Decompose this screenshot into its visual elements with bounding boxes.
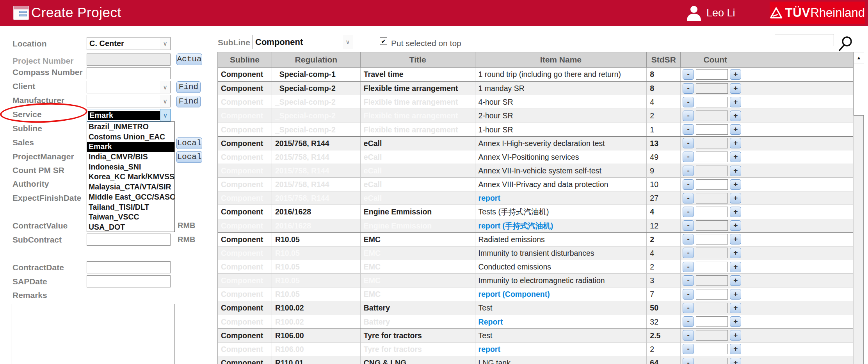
- count-increment-button[interactable]: +: [730, 344, 741, 354]
- client-select[interactable]: ∨: [87, 81, 171, 93]
- item-report-link[interactable]: report (手持式汽油机): [475, 219, 647, 232]
- search-icon[interactable]: [838, 35, 853, 52]
- count-input[interactable]: [696, 303, 728, 313]
- item-report-link[interactable]: report (Component): [475, 287, 647, 301]
- location-select[interactable]: C. Center ∨: [87, 37, 171, 50]
- count-increment-button[interactable]: +: [730, 207, 741, 217]
- count-input[interactable]: [696, 344, 728, 354]
- user-menu[interactable]: Leo Li: [685, 4, 735, 22]
- service-option[interactable]: Tailand_TISI/DLT: [87, 202, 174, 212]
- local-button-2[interactable]: Local: [176, 151, 202, 163]
- service-option[interactable]: Malaysia_CTA/VTA/SIR: [87, 182, 174, 192]
- service-option[interactable]: Emark: [87, 142, 174, 152]
- service-option[interactable]: Indonesia_SNI: [87, 162, 174, 172]
- local-button-1[interactable]: Local: [176, 137, 202, 149]
- search-input[interactable]: [775, 34, 834, 46]
- service-option[interactable]: Taiwan_VSCC: [87, 212, 174, 222]
- count-decrement-button[interactable]: -: [683, 97, 694, 107]
- count-decrement-button[interactable]: -: [683, 358, 694, 364]
- count-input[interactable]: [696, 69, 728, 80]
- count-input[interactable]: [696, 97, 728, 107]
- manufacturer-find-button[interactable]: Find: [176, 96, 201, 107]
- count-input[interactable]: [696, 138, 728, 148]
- subcontract-field[interactable]: [87, 234, 171, 246]
- count-increment-button[interactable]: +: [730, 166, 741, 176]
- scroll-up-arrow-icon[interactable]: ▲: [854, 52, 864, 64]
- count-increment-button[interactable]: +: [730, 138, 741, 148]
- item-report-link[interactable]: report: [475, 343, 647, 356]
- count-input[interactable]: [696, 234, 728, 244]
- count-input[interactable]: [696, 193, 728, 203]
- count-input[interactable]: [696, 111, 728, 121]
- put-selected-checkbox[interactable]: ✔: [380, 37, 387, 45]
- count-input[interactable]: [696, 124, 728, 135]
- count-decrement-button[interactable]: -: [683, 111, 694, 121]
- count-input[interactable]: [696, 275, 728, 286]
- count-increment-button[interactable]: +: [730, 248, 741, 258]
- count-decrement-button[interactable]: -: [683, 330, 694, 341]
- count-decrement-button[interactable]: -: [683, 275, 694, 286]
- count-decrement-button[interactable]: -: [683, 193, 694, 203]
- count-input[interactable]: [696, 330, 728, 341]
- count-increment-button[interactable]: +: [730, 124, 741, 135]
- count-increment-button[interactable]: +: [730, 262, 741, 272]
- service-option[interactable]: USA_DOT: [87, 222, 174, 232]
- count-increment-button[interactable]: +: [730, 179, 741, 190]
- count-decrement-button[interactable]: -: [683, 179, 694, 190]
- count-increment-button[interactable]: +: [730, 111, 741, 121]
- count-input[interactable]: [696, 83, 728, 94]
- count-decrement-button[interactable]: -: [683, 262, 694, 272]
- service-option[interactable]: India_CMVR/BIS: [87, 152, 174, 162]
- count-increment-button[interactable]: +: [730, 330, 741, 341]
- count-decrement-button[interactable]: -: [683, 124, 694, 135]
- service-select[interactable]: Emark ∨: [87, 109, 171, 121]
- count-decrement-button[interactable]: -: [683, 316, 694, 327]
- count-increment-button[interactable]: +: [730, 316, 741, 327]
- service-option[interactable]: Costoms Union_EAC: [87, 132, 174, 142]
- actua-button[interactable]: Actua: [176, 54, 202, 65]
- service-dropdown-list[interactable]: Brazil_INMETROCostoms Union_EACEmarkIndi…: [87, 121, 175, 232]
- count-decrement-button[interactable]: -: [683, 303, 694, 313]
- count-increment-button[interactable]: +: [730, 193, 741, 203]
- count-input[interactable]: [696, 179, 728, 190]
- count-input[interactable]: [696, 358, 728, 364]
- count-increment-button[interactable]: +: [730, 83, 741, 94]
- compass-number-field[interactable]: [87, 67, 171, 79]
- scrollbar-thumb[interactable]: [854, 64, 864, 116]
- count-decrement-button[interactable]: -: [683, 207, 694, 217]
- count-increment-button[interactable]: +: [730, 220, 741, 231]
- sapdate-field[interactable]: [87, 275, 171, 287]
- count-decrement-button[interactable]: -: [683, 152, 694, 162]
- count-decrement-button[interactable]: -: [683, 344, 694, 354]
- count-decrement-button[interactable]: -: [683, 220, 694, 231]
- contractdate-field[interactable]: [87, 261, 171, 273]
- count-decrement-button[interactable]: -: [683, 248, 694, 258]
- count-increment-button[interactable]: +: [730, 69, 741, 80]
- client-find-button[interactable]: Find: [176, 81, 201, 93]
- service-option[interactable]: Middle East_GCC/SASO: [87, 192, 174, 202]
- count-decrement-button[interactable]: -: [683, 69, 694, 80]
- count-decrement-button[interactable]: -: [683, 83, 694, 94]
- manufacturer-select[interactable]: ∨: [87, 95, 171, 107]
- count-increment-button[interactable]: +: [730, 289, 741, 300]
- count-increment-button[interactable]: +: [730, 275, 741, 286]
- count-increment-button[interactable]: +: [730, 234, 741, 244]
- service-option[interactable]: Korea_KC Mark/KMVSS: [87, 172, 174, 182]
- count-decrement-button[interactable]: -: [683, 289, 694, 300]
- count-input[interactable]: [696, 316, 728, 327]
- count-input[interactable]: [696, 166, 728, 176]
- service-option[interactable]: Brazil_INMETRO: [87, 122, 174, 132]
- count-increment-button[interactable]: +: [730, 358, 741, 364]
- count-input[interactable]: [696, 262, 728, 272]
- count-input[interactable]: [696, 248, 728, 258]
- count-increment-button[interactable]: +: [730, 303, 741, 313]
- item-report-link[interactable]: report: [475, 191, 647, 205]
- count-input[interactable]: [696, 152, 728, 162]
- count-decrement-button[interactable]: -: [683, 138, 694, 148]
- subline-select[interactable]: Component ∨: [253, 35, 353, 49]
- count-increment-button[interactable]: +: [730, 97, 741, 107]
- count-increment-button[interactable]: +: [730, 152, 741, 162]
- count-input[interactable]: [696, 207, 728, 217]
- count-decrement-button[interactable]: -: [683, 234, 694, 244]
- count-input[interactable]: [696, 289, 728, 300]
